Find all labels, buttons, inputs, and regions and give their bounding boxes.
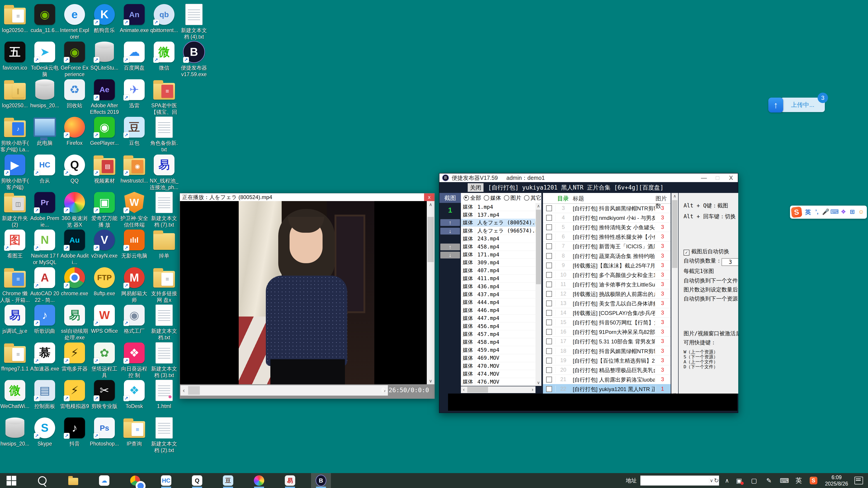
desktop-icon-Photoshop-[interactable]: Ps↗Photoshop... [90,417,119,447]
table-row[interactable]: 15[自行打包] 抖音50万网红【行简】大3 [543,318,671,327]
desktop-icon-视频素材[interactable]: ▤↗视频素材 [90,154,119,184]
taskbar-hecong[interactable]: HC [161,473,172,488]
move-down-button[interactable]: ↓ [440,228,460,234]
address-dropdown-icon[interactable]: ∨ [709,478,714,483]
desktop-icon-QQ[interactable]: Q↗QQ [60,154,90,184]
row-checkbox[interactable] [546,310,552,316]
scroll-left-icon[interactable]: ‹ [461,386,467,393]
desktop-icon-网易邮箱大师[interactable]: M↗网易邮箱大师 [119,266,149,303]
media-row[interactable]: 媒体469.MOV [461,354,535,362]
media-vscroll-thumb[interactable] [536,210,541,284]
desktop-icon-qbittorrent-[interactable]: qb↗qbittorrent... [149,3,179,34]
row-checkbox[interactable] [546,215,552,221]
filter-radio-图片[interactable]: 图片 [504,194,521,201]
touch-keyboard-icon[interactable]: ⌨ [780,477,788,484]
table-row[interactable]: 20[自行打包] 精品整理极品巨乳美乳合:3 [543,365,671,375]
desktop-icon-js调试_jy-e[interactable]: 易js调试_jy.e [0,304,30,334]
desktop-icon-Animate-exe[interactable]: An↗Animate.exe [119,3,149,34]
desktop-icon-Adobe-Auditi-[interactable]: Au↗Adobe Auditi... [60,229,90,266]
upload-arrow-icon[interactable]: ↑ [768,98,783,112]
row-checkbox[interactable] [546,224,552,230]
desktop-icon-8uftp-exe[interactable]: FTP8uftp.exe [90,266,119,297]
table-row[interactable]: 14[转载搬运] [COSPLAY/合集/步兵/视3 [543,308,671,318]
desktop-icon-便捷发布器-v17-59-exe[interactable]: B↗便捷发布器 v17.59.exe [179,41,209,78]
lang-mode[interactable]: 英 [804,208,812,216]
skin-icon[interactable]: ❖ [839,208,848,216]
table-row[interactable]: 10[自行打包] 多个高颜值少女和金主1v3 [543,270,671,280]
next-button[interactable]: ↓ [440,252,460,258]
row-checkbox[interactable] [546,291,552,297]
media-row[interactable]: 媒体137.mp4 [461,211,535,219]
table-row[interactable]: 13[自行打包] 美女雪儿以自己身体讲解3 [543,298,671,308]
desktop-icon-AutoCAD-2022-简-[interactable]: A↗AutoCAD 2022 - 简... [30,266,60,303]
filter-radio-全部[interactable]: 全部 [464,194,481,201]
desktop-icon-新建文本文档-7-txt[interactable]: 新建文本文档 (7).txt [149,191,179,228]
row-checkbox[interactable] [546,272,552,278]
tray-expand-icon[interactable]: ∧ [725,477,729,484]
desktop-icon-无影云电脑[interactable]: ılıl↗无影云电脑 [119,229,149,259]
filter-radio-媒体[interactable]: 媒体 [484,194,501,201]
desktop-icon-看图王[interactable]: 图↗看图王 [0,229,30,259]
punctuation[interactable]: ’, [812,208,821,216]
desktop-icon-剪映专业版[interactable]: ✂↗剪映专业版 [90,379,119,410]
scroll-down-icon[interactable]: ∨ [535,380,541,386]
desktop-icon-抖音[interactable]: ♪↗抖音 [60,417,90,447]
desktop-icon-Skype[interactable]: S↗Skype [30,417,60,447]
player-vertical-scrollbar[interactable]: ∧ ∨ [427,201,434,384]
row-checkbox[interactable] [546,253,552,259]
close-resource-button[interactable]: 关闭 [468,183,484,192]
player-video-area[interactable] [180,201,427,384]
media-row[interactable]: 媒体人をフェラ (800524).mp4 [461,219,535,227]
auto-switch-checkbox[interactable]: ✓截图后自动切换 [684,248,729,256]
row-checkbox[interactable] [546,377,552,383]
player-titlebar[interactable]: 正在播放：人をフェラ (800524).mp4 x [180,193,434,201]
media-row[interactable]: 媒体243.mp4 [461,235,535,243]
scroll-up-icon[interactable]: ∧ [535,203,541,209]
taskbar-baidu-netdisk[interactable]: ☁ [99,473,110,488]
row-checkbox[interactable] [546,386,552,392]
desktop-icon-hwstrustcl-[interactable]: ◉↗hwstrustcl... [119,154,149,184]
media-row[interactable]: 媒体476.MOV [461,378,535,386]
desktop-icon-Navicat-17-for-MySQL[interactable]: N↗Navicat 17 for MySQL [30,229,60,266]
table-row[interactable]: 9[转载搬运]【蠢沫沫】截止25年7月3 [543,260,671,270]
media-row[interactable]: 媒体407.mp4 [461,267,535,275]
switch-count-input[interactable]: 3 [721,258,738,266]
media-row[interactable]: 媒体1.mp4 [461,203,535,211]
desktop-icon-雷电模拟器9[interactable]: ⚡↗雷电模拟器9 [60,379,90,410]
table-row[interactable]: 18[自行打包] 抖音风媚黑绿帽NTR剪辑3 [543,346,671,356]
desktop-icon-v2rayN-exe[interactable]: V↗v2rayN.exe [90,229,119,259]
row-checkbox[interactable] [546,263,552,268]
maximize-button[interactable]: □ [711,174,724,182]
desktop-icon-格式工厂[interactable]: ◉↗格式工厂 [119,304,149,334]
desktop-icon-GeForce-Experience[interactable]: ◉↗GeForce Experience [60,41,90,78]
media-row[interactable]: 媒体447.mp4 [461,314,535,322]
desktop-icon-ToDesk云电脑[interactable]: ➤↗ToDesk云电脑 [30,41,60,78]
desktop-icon-cuda_11-6-[interactable]: ◉cuda_11.6... [30,3,60,34]
desktop-icon-SQLiteStu-[interactable]: ↗SQLiteStu... [90,41,119,71]
table-vertical-scrollbar[interactable]: ∧ ∨ [671,193,678,397]
scroll-right-icon[interactable]: › [530,386,535,393]
media-row[interactable]: 媒体458.mp4 [461,338,535,346]
desktop-icon-豆包[interactable]: 豆↗豆包 [119,116,149,147]
desktop-icon-听歌识曲[interactable]: ♪↗听歌识曲 [30,304,60,334]
media-row[interactable]: 媒体470.MOV [461,362,535,370]
ime-lang-indicator[interactable]: 英 [795,476,803,485]
table-row[interactable]: 22[自行打包] yukiya1201 黑人NTR 正1 [543,384,671,394]
address-go-icon[interactable]: ↻ [714,477,719,484]
todesk-tray-icon[interactable]: ▣ [735,477,743,484]
media-row[interactable]: 媒体458.mp4 [461,242,535,251]
desktop-icon-log20250-[interactable]: ≡log20250... [0,3,30,34]
taskbar-doubao[interactable]: 豆 [223,473,234,488]
desktop-icon-控制面板[interactable]: ▤↗控制面板 [30,379,60,410]
desktop-icon-掉单[interactable]: 掉单 [149,229,179,259]
minimize-button[interactable]: — [697,174,711,182]
desktop-icon-爱奇艺万能播-放[interactable]: ▣↗爱奇艺万能播 放 [90,191,119,228]
table-row[interactable]: 3[自行打包] 抖音风媚黑绿帽NTR剪辑3 [543,203,671,213]
address-input[interactable] [640,476,709,486]
media-row[interactable]: 媒体444.mp4 [461,298,535,306]
table-row[interactable]: 16[自行打包] 91Porn大神呆呆鸟82部3 [543,327,671,337]
desktop-icon-hwsips_20-[interactable]: hwsips_20... [0,417,30,447]
media-row[interactable]: 媒体446.mp4 [461,306,535,315]
desktop-icon-GeePlayer-[interactable]: ◉↗GeePlayer... [90,116,119,147]
media-vertical-scrollbar[interactable]: ∧ ∨ [535,203,541,386]
